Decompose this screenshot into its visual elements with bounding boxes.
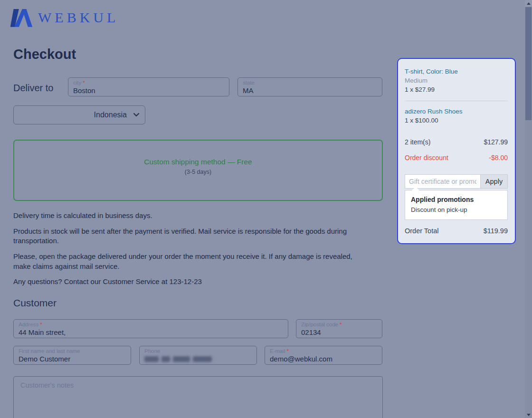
chevron-down-icon [133,113,139,117]
name-input[interactable] [19,354,126,363]
cart-item-qty-price: 1 x $27.99 [405,85,508,94]
city-field: city* [68,77,229,96]
required-asterisk: * [287,348,289,354]
order-discount-row: Order discount -$8.00 [405,154,508,162]
deliver-to-label: Deliver to [13,83,53,94]
cart-item: T-shirt, Color: Blue Medium 1 x $27.99 [405,67,508,94]
promo-code-row: Apply [405,174,508,189]
required-asterisk: * [40,322,42,327]
order-total-row: Order Total $119.99 [405,227,508,235]
required-asterisk: * [83,80,85,86]
scroll-down-button[interactable] [525,411,532,418]
address-field: Address* [13,319,288,338]
state-input[interactable] [243,86,377,95]
delivery-info-line: Any questions? Contact our Customer Serv… [13,277,367,287]
delivery-info-line: Please, open the package delivered under… [13,252,367,271]
city-input[interactable] [73,86,224,95]
scroll-up-button[interactable] [525,0,532,7]
scrollbar-thumb[interactable] [525,7,532,120]
vertical-scrollbar[interactable] [525,0,532,418]
delivery-info-line: Delivery time is calculated in business … [13,211,367,221]
cart-item-title[interactable]: adizero Rush Shoes [405,107,508,116]
apply-promo-button[interactable]: Apply [480,174,508,189]
name-field: First name and last name [13,346,131,365]
applied-promotions-popup: Applied promotions Discount on pick-up [405,190,508,220]
customer-notes-input[interactable] [19,380,379,418]
order-total-value: $119.99 [484,227,508,235]
required-asterisk: * [340,322,342,327]
city-label: city [73,80,81,86]
items-subtotal-value: $127.99 [484,138,508,146]
items-subtotal-row: 2 item(s) $127.99 [405,138,508,146]
order-summary-panel: T-shirt, Color: Blue Medium 1 x $27.99 a… [397,58,516,244]
state-field: state [238,77,382,96]
cart-item-title[interactable]: T-shirt, Color: Blue [405,67,508,76]
phone-field[interactable]: Phone [139,346,257,365]
email-input[interactable] [270,354,377,363]
delivery-info-line: Products in stock will be sent after the… [13,227,367,246]
customer-notes-field [13,376,383,418]
cart-item: adizero Rush Shoes 1 x $100.00 [405,107,508,125]
page-title: Checkout [13,47,76,62]
order-discount-label: Order discount [405,154,448,162]
country-selected-value: Indonesia [94,111,127,119]
applied-promotion-item: Discount on pick-up [411,206,502,213]
shipping-duration: (3-5 days) [185,169,211,175]
zip-field: Zip/postal code* [296,319,382,338]
state-label: state [243,80,255,86]
order-total-label: Order Total [405,227,438,235]
applied-promotions-title: Applied promotions [411,196,502,203]
cart-item-qty-price: 1 x $100.00 [405,116,508,125]
zip-input[interactable] [301,328,377,337]
email-label: E-mail [270,348,285,354]
zip-label: Zip/postal code [301,322,338,327]
scroll-up-icon [527,2,531,5]
delivery-info: Delivery time is calculated in business … [13,211,367,293]
cart-item-variant: Medium [405,76,508,85]
logo-wordmark: WEBKUL [38,10,119,25]
scroll-down-icon [527,414,531,416]
items-count: 2 item(s) [405,138,430,146]
shipping-method-label: Custom shipping method — Free [144,158,252,166]
customer-section-title: Customer [13,297,57,309]
address-input[interactable] [19,328,283,337]
shipping-method-option[interactable]: Custom shipping method — Free (3-5 days) [13,140,383,201]
divider [405,101,508,101]
address-label: Address [19,322,38,327]
order-discount-value: -$8.00 [489,154,508,162]
phone-redacted-value [144,355,252,363]
email-field: E-mail* [265,346,382,365]
webkul-logo-icon [10,8,33,28]
country-select[interactable]: Indonesia [13,105,145,124]
phone-label: Phone [144,348,160,354]
checkout-page: WEBKUL Checkout Deliver to city* state I… [0,0,532,418]
name-label: First name and last name [19,348,80,354]
webkul-logo[interactable]: WEBKUL [10,8,119,28]
